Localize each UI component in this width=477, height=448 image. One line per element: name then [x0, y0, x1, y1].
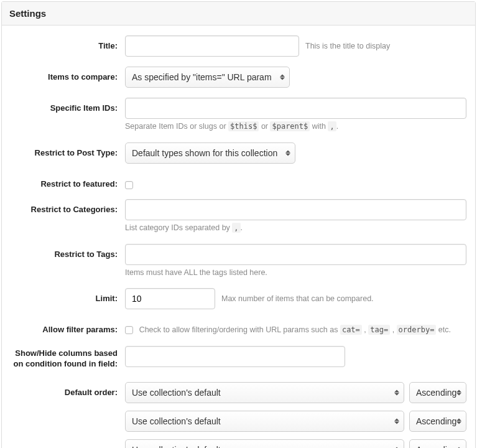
allow-filter-hint: Check to allow filtering/ordering with U…: [139, 325, 451, 334]
order-by-select[interactable]: Use collection's default: [125, 439, 404, 448]
order-dir-select[interactable]: Ascending: [409, 439, 466, 448]
chevron-updown-icon: [456, 390, 461, 395]
row-specific-item-ids: Specific Item IDs: Separate Item IDs or …: [11, 98, 466, 133]
specific-item-ids-input[interactable]: [125, 98, 466, 119]
row-allow-filter: Allow filter params: Check to allow filt…: [11, 319, 466, 336]
order-by-selected: Use collection's default: [132, 388, 221, 398]
restrict-categories-hint: List category IDs separated by ,.: [125, 223, 466, 234]
order-dir-selected: Ascending: [416, 445, 456, 448]
title-input[interactable]: [125, 35, 299, 57]
row-limit: Limit: Max number of items that can be c…: [11, 288, 466, 309]
row-restrict-featured: Restrict to featured:: [11, 174, 466, 190]
row-restrict-post-type: Restrict to Post Type: Default types sho…: [11, 142, 466, 164]
label-title: Title:: [11, 35, 125, 52]
label-restrict-tags: Restrict to Tags:: [11, 244, 125, 260]
default-order-row: Use collection's default Ascending: [125, 382, 466, 403]
order-by-selected: Use collection's default: [132, 445, 221, 448]
label-items-to-compare: Items to compare:: [11, 67, 125, 83]
restrict-tags-input[interactable]: [125, 244, 466, 265]
order-by-select[interactable]: Use collection's default: [125, 411, 404, 432]
settings-panel: Settings Title: This is the title to dis…: [1, 1, 476, 448]
order-dir-selected: Ascending: [416, 388, 456, 398]
label-limit: Limit:: [11, 288, 125, 304]
restrict-categories-input[interactable]: [125, 199, 466, 220]
row-restrict-tags: Restrict to Tags: Items must have ALL th…: [11, 244, 466, 279]
chevron-updown-icon: [394, 418, 399, 424]
items-to-compare-select[interactable]: As specified by "items=" URL param: [125, 67, 290, 88]
default-order-row: Use collection's default Ascending: [125, 411, 466, 432]
restrict-post-type-select[interactable]: Default types shown for this collection: [125, 142, 295, 164]
label-restrict-post-type: Restrict to Post Type:: [11, 142, 125, 159]
label-default-order: Default order:: [11, 382, 125, 398]
limit-hint: Max number of items that can be compared…: [221, 288, 374, 309]
row-items-to-compare: Items to compare: As specified by "items…: [11, 67, 466, 88]
order-by-selected: Use collection's default: [132, 416, 221, 426]
chevron-updown-icon: [394, 390, 399, 395]
label-restrict-featured: Restrict to featured:: [11, 174, 125, 190]
row-default-order: Default order: Use collection's default …: [11, 382, 466, 448]
label-show-hide: Show/Hide columns based on condition fou…: [11, 346, 125, 370]
order-dir-selected: Ascending: [416, 416, 456, 426]
restrict-post-type-selected: Default types shown for this collection: [132, 148, 277, 158]
row-restrict-categories: Restrict to Categories: List category ID…: [11, 199, 466, 234]
chevron-updown-icon: [285, 150, 290, 156]
items-to-compare-selected: As specified by "items=" URL param: [132, 72, 272, 82]
restrict-featured-checkbox[interactable]: [125, 181, 133, 189]
allow-filter-checkbox[interactable]: [125, 326, 133, 334]
chevron-updown-icon: [280, 75, 285, 80]
label-specific-item-ids: Specific Item IDs:: [11, 98, 125, 114]
order-dir-select[interactable]: Ascending: [409, 411, 466, 432]
row-title: Title: This is the title to display: [11, 35, 466, 57]
title-hint: This is the title to display: [305, 35, 390, 57]
limit-input[interactable]: [125, 288, 215, 309]
label-allow-filter: Allow filter params:: [11, 319, 125, 335]
restrict-tags-hint: Items must have ALL the tags listed here…: [125, 268, 466, 279]
show-hide-input[interactable]: [125, 346, 345, 367]
default-order-row: Use collection's default Ascending: [125, 439, 466, 448]
panel-title: Settings: [2, 2, 475, 26]
label-restrict-categories: Restrict to Categories:: [11, 199, 125, 215]
specific-item-ids-hint: Separate Item IDs or slugs or $this$ or …: [125, 121, 466, 133]
row-show-hide: Show/Hide columns based on condition fou…: [11, 346, 466, 370]
order-dir-select[interactable]: Ascending: [409, 382, 466, 403]
chevron-updown-icon: [456, 418, 461, 424]
panel-body: Title: This is the title to display Item…: [2, 26, 475, 448]
order-by-select[interactable]: Use collection's default: [125, 382, 404, 403]
